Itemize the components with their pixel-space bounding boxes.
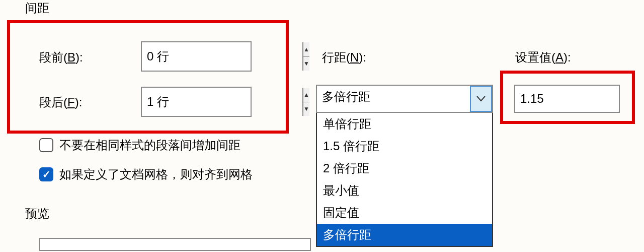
- before-label: 段前(B):: [39, 49, 83, 66]
- set-value-label: 设置值(A):: [515, 49, 571, 66]
- after-label: 段后(F):: [39, 94, 82, 110]
- dropdown-item-1-5[interactable]: 1.5 倍行距: [317, 135, 492, 157]
- spacing-section-title: 间距: [25, 0, 49, 16]
- before-input[interactable]: [142, 42, 302, 71]
- preview-area: [39, 238, 311, 251]
- line-spacing-combo[interactable]: 多倍行距: [316, 85, 493, 113]
- after-down-button[interactable]: ▼: [303, 102, 309, 116]
- set-value-input[interactable]: [515, 86, 644, 112]
- no-space-same-style-label: 不要在相同样式的段落间增加间距: [59, 137, 240, 153]
- after-spinner[interactable]: ▲ ▼: [141, 87, 252, 117]
- line-spacing-dropdown-list[interactable]: 单倍行距 1.5 倍行距 2 倍行距 最小值 固定值 多倍行距: [316, 113, 493, 247]
- snap-to-grid-row[interactable]: 如果定义了文档网格，则对齐到网格: [39, 166, 253, 182]
- before-up-button[interactable]: ▲: [303, 42, 309, 57]
- after-up-button[interactable]: ▲: [303, 88, 309, 102]
- line-spacing-label: 行距(N):: [322, 49, 366, 66]
- dropdown-item-single[interactable]: 单倍行距: [317, 113, 492, 135]
- set-value-spinner[interactable]: ▲ ▼: [514, 85, 620, 113]
- before-spinner[interactable]: ▲ ▼: [141, 41, 252, 72]
- preview-section-title: 预览: [25, 206, 49, 222]
- dropdown-item-fixed[interactable]: 固定值: [317, 202, 492, 224]
- no-space-same-style-checkbox[interactable]: [39, 138, 53, 152]
- line-spacing-dropdown-button[interactable]: [470, 86, 492, 112]
- snap-to-grid-label: 如果定义了文档网格，则对齐到网格: [59, 166, 253, 182]
- dropdown-item-multiple[interactable]: 多倍行距: [317, 224, 492, 246]
- snap-to-grid-checkbox[interactable]: [39, 167, 53, 181]
- line-spacing-value: 多倍行距: [317, 86, 470, 112]
- dropdown-item-min[interactable]: 最小值: [317, 179, 492, 202]
- before-down-button[interactable]: ▼: [303, 57, 309, 71]
- no-space-same-style-row[interactable]: 不要在相同样式的段落间增加间距: [39, 137, 240, 153]
- after-input[interactable]: [142, 88, 302, 116]
- dropdown-item-double[interactable]: 2 倍行距: [317, 157, 492, 179]
- chevron-down-icon: [476, 96, 486, 102]
